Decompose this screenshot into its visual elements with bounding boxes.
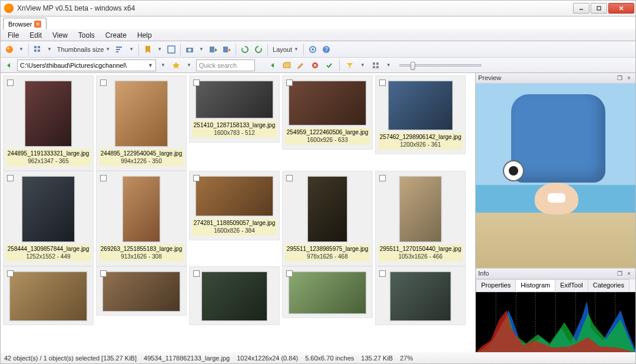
thumbnail-cell[interactable] [375,266,466,325]
info-close-icon[interactable]: × [625,269,633,277]
main-area: 244895_1191333321_large.jpg962x1347 - 36… [0,73,636,352]
thumb-meta: 1600x926 - 633 [285,137,370,144]
thumb-checkbox[interactable] [7,80,14,86]
tab-categories[interactable]: Categories [588,279,630,292]
bookmark-dropdown[interactable]: ▼ [155,43,164,56]
favorite-star-button[interactable] [170,59,182,71]
thumbnail-cell[interactable]: 244895_1229540045_large.jpg994x1226 - 35… [96,75,187,171]
menu-file[interactable]: File [3,30,24,41]
thumb-checkbox[interactable] [379,80,386,86]
info-undock-icon[interactable]: ❐ [615,269,624,277]
thumbnail-cell[interactable] [282,266,373,318]
thumbnail-cell[interactable] [96,266,187,316]
path-dropdown[interactable]: ▼ [158,59,168,72]
menu-help[interactable]: Help [132,30,157,41]
thumb-checkbox[interactable] [193,175,200,181]
convert-button[interactable] [207,43,220,56]
thumbsize-dropdown[interactable]: Thumbnails size▼ [55,43,112,56]
thumb-image [115,81,168,147]
app-home-button[interactable] [3,43,16,56]
tab-label: Browser [8,21,32,28]
thumb-checkbox[interactable] [286,175,293,181]
thumb-checkbox[interactable] [100,80,107,86]
sort-dropdown[interactable]: ▼ [127,43,136,56]
acquire-dropdown[interactable]: ▼ [197,43,206,56]
thumb-checkbox[interactable] [193,80,200,86]
funnel-dropdown[interactable]: ▼ [358,59,367,72]
thumb-checkbox[interactable] [286,80,293,86]
thumb-checkbox[interactable] [7,270,14,277]
svg-rect-1 [597,6,601,10]
thumbnail-cell[interactable]: 274281_1188509057_large.jpg1600x826 - 38… [189,171,280,240]
view-mode-dropdown[interactable]: ▼ [45,43,54,56]
thumb-checkbox[interactable] [193,270,200,277]
thumbnail-cell[interactable]: 295511_1238985975_large.jpg978x1626 - 46… [282,171,373,266]
close-button[interactable] [608,3,634,14]
maximize-button[interactable] [591,3,607,14]
thumb-checkbox[interactable] [286,270,293,277]
thumb-caption: 244895_1229540045_large.jpg994x1226 - 35… [99,149,184,166]
thumb-size-slider[interactable] [399,64,482,67]
preview-undock-icon[interactable]: ❐ [615,74,624,82]
favorite-dropdown[interactable]: ▼ [184,59,194,72]
thumb-checkbox[interactable] [100,175,107,181]
svg-point-19 [312,48,314,51]
tab-exiftool[interactable]: ExifTool [555,279,588,292]
filter-open-button[interactable] [281,59,293,71]
thumbnail-cell[interactable]: 269263_1251855183_large.jpg913x1626 - 30… [96,171,187,266]
fullscreen-button[interactable] [165,43,178,56]
thumb-checkbox[interactable] [100,270,107,277]
rotate-ccw-button[interactable] [238,43,251,56]
acquire-button[interactable] [183,43,196,56]
layout-dropdown[interactable]: Layout▼ [270,43,301,56]
nav-back-button[interactable] [3,59,15,71]
grid-toggle-dropdown[interactable]: ▼ [384,59,393,72]
sort-button[interactable] [113,43,126,56]
thumbnail-cell[interactable] [3,266,94,325]
menu-edit[interactable]: Edit [25,30,47,41]
preview-close-icon[interactable]: × [625,74,633,82]
thumb-checkbox[interactable] [379,175,386,181]
menu-view[interactable]: View [48,30,72,41]
thumbnail-cell[interactable]: 251410_1287158133_large.jpg1600x783 - 51… [189,75,280,143]
batch-rename-button[interactable] [220,43,233,56]
status-inches: 5.60x6.70 inches [305,355,354,362]
preview-body[interactable] [476,84,635,269]
thumb-meta: 1600x826 - 384 [192,227,277,235]
grid-toggle-button[interactable] [370,59,382,71]
filter-edit-button[interactable] [295,59,307,71]
settings-button[interactable] [306,43,319,56]
menu-tools[interactable]: Tools [74,30,100,41]
view-mode-button[interactable] [31,43,44,56]
thumbnail-cell[interactable]: 244895_1191333321_large.jpg962x1347 - 36… [3,75,94,171]
search-input[interactable]: Quick search [196,59,255,71]
filter-back-button[interactable] [267,59,279,71]
tab-properties[interactable]: Properties [476,279,516,292]
rotate-cw-button[interactable] [252,43,265,56]
tab-close-icon[interactable]: × [34,21,41,28]
thumb-checkbox[interactable] [7,175,14,181]
thumb-checkbox[interactable] [379,270,386,277]
thumb-meta: 1252x1552 - 449 [6,253,91,261]
app-home-dropdown[interactable]: ▼ [16,43,26,56]
thumbnail-cell[interactable]: 254959_1222460506_large.jpg1600x926 - 63… [282,75,373,150]
path-input[interactable]: C:\Users\thibaud\Pictures\cgchannel\▼ [17,59,156,71]
minimize-button[interactable] [573,3,589,14]
filter-apply-button[interactable] [323,59,335,71]
thumbnail-cell[interactable]: 257462_1298906142_large.jpg1200x926 - 36… [375,75,466,154]
thumb-caption: 295511_1238985975_large.jpg978x1626 - 46… [285,244,370,262]
tab-browser[interactable]: Browser × [3,18,47,29]
main-toolbar: ▼ ▼ Thumbnails size▼ ▼ ▼ ▼ Layout▼ ? [0,41,636,58]
thumbnail-cell[interactable]: 258444_1309857844_large.jpg1252x1552 - 4… [3,171,94,266]
menu-create[interactable]: Create [101,30,131,41]
thumbnail-grid[interactable]: 244895_1191333321_large.jpg962x1347 - 36… [1,73,475,352]
thumbnail-cell[interactable] [189,266,280,325]
filter-clear-button[interactable] [309,59,321,71]
thumbnail-cell[interactable]: 295511_1270150440_large.jpg1053x1626 - 4… [375,171,466,266]
status-file: 49534_1178862133_large.jpg [144,355,230,362]
funnel-button[interactable] [344,59,356,71]
thumb-caption: 251410_1287158133_large.jpg1600x783 - 51… [192,121,277,138]
help-button[interactable]: ? [320,43,333,56]
bookmark-button[interactable] [141,43,154,56]
tab-histogram[interactable]: Histogram [515,279,555,292]
